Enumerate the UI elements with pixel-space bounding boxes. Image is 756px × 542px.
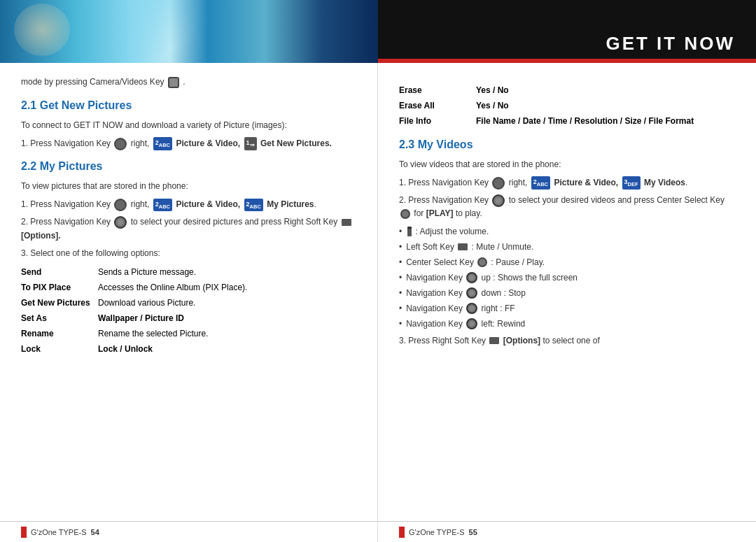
options-row-send: Send Sends a Picture message. (21, 266, 356, 278)
bullets-list: • : Adjust the volume. • Left Soft Key :… (399, 225, 735, 330)
nav-left-icon (466, 318, 477, 329)
header-image (0, 0, 378, 63)
nav-cross-icon (114, 216, 127, 229)
footer: G'zOne TYPE-S 54 G'zOne TYPE-S 55 (0, 521, 756, 542)
options-row-lock: Lock Lock / Unlock (21, 343, 356, 355)
center-key-icon-2 (477, 257, 487, 267)
nav-down-icon (466, 287, 477, 299)
bullet-nav-right: • Navigation Key right : FF (399, 302, 735, 315)
bullet-nav-up: • Navigation Key up : Shows the full scr… (399, 271, 735, 284)
section-23-step2: 2. Press Navigation Key to select your d… (399, 194, 735, 220)
header-title-bar: GET IT NOW (378, 0, 756, 63)
footer-page-right: 55 (469, 528, 477, 536)
page-header: GET IT NOW (0, 0, 756, 63)
footer-page-left: 54 (91, 528, 99, 536)
nav-key-icon-3 (492, 177, 505, 190)
right-soft-key-icon-2 (489, 337, 499, 344)
2abc-badge-4: 2ABC (531, 176, 550, 190)
bullet-mute: • Left Soft Key : Mute / Unmute. (399, 241, 735, 253)
options-row-erase: Erase Yes / No (399, 84, 735, 97)
intro-text: mode by pressing Camera/Videos Key . (21, 77, 356, 88)
section-22-step2: 2. Press Navigation Key to select your d… (21, 215, 356, 242)
section-22-step1: 1. Press Navigation Key right, 2ABC Pict… (21, 198, 356, 211)
main-content: mode by pressing Camera/Videos Key . 2.1… (0, 63, 756, 542)
nav-right-icon (466, 303, 477, 314)
1-badge: 1⇒ (244, 137, 257, 150)
section-21-step1: 1. Press Navigation Key right, 2ABC Pict… (21, 137, 356, 150)
bullet-volume: • : Adjust the volume. (399, 225, 735, 238)
section-22-step3: 3. Select one of the following options: (21, 247, 356, 260)
nav-key-icon-2 (114, 199, 127, 211)
nav-up-icon (466, 272, 477, 283)
footer-left: G'zOne TYPE-S 54 (0, 522, 378, 542)
section-23: 2.3 My Videos To view videos that are st… (399, 138, 735, 348)
header-title: GET IT NOW (606, 33, 735, 55)
footer-brand-left: G'zOne TYPE-S (31, 528, 87, 536)
section-23-body: To view videos that are stored in the ph… (399, 158, 735, 171)
footer-brand-right: G'zOne TYPE-S (409, 528, 465, 536)
options-row-rename: Rename Rename the selected Picture. (21, 327, 356, 340)
section-23-step3: 3. Press Right Soft Key [Options] to sel… (399, 334, 735, 348)
volume-icon (407, 227, 412, 236)
section-22-body: To view pictures that are stored in the … (21, 180, 356, 192)
options-row-getnew: Get New Pictures Download various Pictur… (21, 297, 356, 309)
footer-red-block-left (21, 527, 27, 538)
right-column: Erase Yes / No Erase All Yes / No File I… (378, 63, 756, 542)
section-23-step1: 1. Press Navigation Key right, 2ABC Pict… (399, 176, 735, 190)
bullet-nav-left: • Navigation Key left: Rewind (399, 318, 735, 330)
3def-badge: 3DEF (622, 176, 640, 190)
section-21-body: To connect to GET IT NOW and download a … (21, 119, 356, 131)
2abc-badge-3: 2ABC (244, 199, 263, 212)
section-23-title: 2.3 My Videos (399, 138, 735, 151)
2abc-badge-2: 2ABC (153, 199, 172, 212)
options-row-fileinfo: File Info File Name / Date / Time / Reso… (399, 115, 735, 127)
nav-key-icon (114, 138, 127, 150)
options-continued: Erase Yes / No Erase All Yes / No File I… (399, 84, 735, 127)
left-soft-key-icon (458, 243, 468, 250)
options-row-eraseall: Erase All Yes / No (399, 99, 735, 112)
center-select-icon (400, 209, 410, 219)
footer-red-block-right (399, 527, 405, 538)
footer-right: G'zOne TYPE-S 55 (378, 522, 756, 542)
section-21: 2.1 Get New Pictures To connect to GET I… (21, 99, 356, 150)
bullet-nav-down: • Navigation Key down : Stop (399, 287, 735, 299)
options-table: Send Sends a Picture message. To PIX Pla… (21, 266, 356, 355)
left-column: mode by pressing Camera/Videos Key . 2.1… (0, 63, 378, 542)
section-22-title: 2.2 My Pictures (21, 160, 356, 173)
options-row-pixplace: To PIX Place Accesses the Online Album (… (21, 281, 356, 294)
section-22: 2.2 My Pictures To view pictures that ar… (21, 160, 356, 355)
right-soft-key-icon (342, 219, 351, 226)
bullet-pause: • Center Select Key : Pause / Play. (399, 256, 735, 269)
nav-cross-icon-2 (492, 194, 505, 207)
header-red-bar (378, 59, 756, 63)
2abc-badge: 2ABC (153, 137, 172, 150)
options-row-setas: Set As Wallpaper / Picture ID (21, 312, 356, 325)
camera-key-icon (168, 77, 179, 88)
section-21-title: 2.1 Get New Pictures (21, 99, 356, 112)
